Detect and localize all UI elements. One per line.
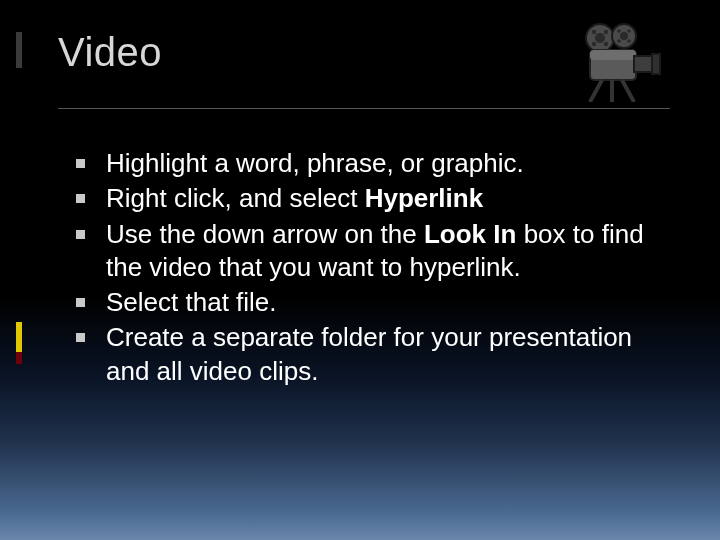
svg-point-3 [604, 30, 608, 34]
svg-point-1 [595, 33, 605, 43]
title-underline [58, 108, 670, 109]
content-area: Highlight a word, phrase, or graphic.Rig… [58, 147, 662, 388]
svg-rect-13 [590, 50, 636, 60]
svg-line-16 [590, 80, 602, 102]
bullet-list: Highlight a word, phrase, or graphic.Rig… [70, 147, 662, 388]
svg-rect-15 [652, 54, 660, 74]
svg-point-10 [617, 39, 621, 43]
bullet-text: Use the down arrow on the [106, 219, 424, 249]
page-title: Video [58, 26, 162, 75]
bullet-text: Select that file. [106, 287, 277, 317]
svg-point-2 [592, 30, 596, 34]
bullet-text: Highlight a word, phrase, or graphic. [106, 148, 524, 178]
bullet-text-bold: Hyperlink [365, 183, 484, 213]
bullet-text-bold: Look In [424, 219, 516, 249]
bullet-text: Right click, and select [106, 183, 365, 213]
svg-point-4 [592, 42, 596, 46]
video-camera-icon [572, 20, 662, 102]
slide: Video [0, 0, 720, 540]
accent-bar [16, 32, 22, 68]
list-item: Create a separate folder for your presen… [70, 321, 662, 388]
svg-line-18 [622, 80, 634, 102]
title-block: Video [58, 26, 162, 75]
accent-bar [16, 352, 22, 364]
header: Video [58, 26, 662, 102]
svg-point-8 [617, 29, 621, 33]
svg-point-5 [604, 42, 608, 46]
svg-point-9 [627, 29, 631, 33]
list-item: Right click, and select Hyperlink [70, 182, 662, 215]
svg-point-11 [627, 39, 631, 43]
list-item: Use the down arrow on the Look In box to… [70, 218, 662, 285]
accent-bar [16, 322, 22, 352]
svg-point-7 [620, 32, 628, 40]
list-item: Select that file. [70, 286, 662, 319]
accent-bars [16, 0, 24, 540]
bullet-text: Create a separate folder for your presen… [106, 322, 632, 385]
list-item: Highlight a word, phrase, or graphic. [70, 147, 662, 180]
